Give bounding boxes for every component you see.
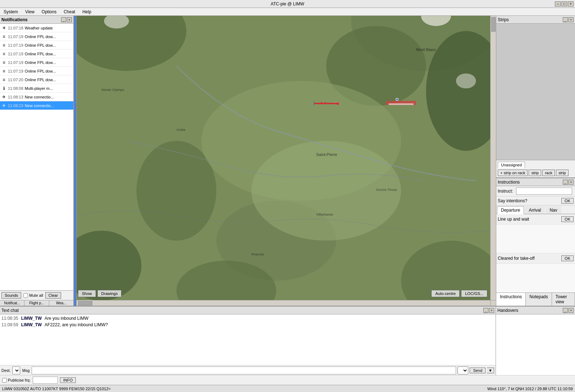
chat-text: Are you inbound LIMW: [45, 316, 88, 321]
send-button[interactable]: Send: [470, 368, 486, 373]
notification-item[interactable]: ≡ 11:07:19 Online FPL dow...: [0, 41, 73, 50]
notif-text: Online FPL dow...: [25, 69, 56, 73]
handovers-title: Handovers: [497, 308, 518, 313]
notif-time: 11:08:23: [8, 103, 23, 108]
notification-item[interactable]: ≡ 11:07:19 Online FPL dow...: [0, 58, 73, 67]
instruct-input[interactable]: [516, 188, 572, 195]
dest-select[interactable]: [12, 366, 20, 374]
notif-text: Multi-player m...: [25, 86, 53, 91]
show-button[interactable]: Show: [78, 290, 96, 297]
handovers-close-btn[interactable]: ×: [569, 308, 574, 313]
menu-system[interactable]: System: [1, 9, 20, 15]
strips-add-row: + strip on rack strip rack strip: [498, 170, 574, 176]
instructions-close-btn[interactable]: ×: [569, 180, 574, 185]
text-chat-close-btn[interactable]: ×: [489, 308, 494, 313]
strips-content-area: [496, 24, 575, 160]
menu-options[interactable]: Options: [40, 9, 59, 15]
strips-section: Strips _ × Unassigned + strip on rack st…: [496, 16, 575, 177]
text-chat-panel-controls: _ ×: [483, 308, 494, 313]
tab-weather[interactable]: Wea...: [49, 300, 73, 306]
loc-gs-button[interactable]: LOC/GS...: [461, 290, 487, 297]
minimize-button[interactable]: –: [555, 1, 561, 6]
map-horizontal-scrollbar[interactable]: [77, 300, 490, 306]
strip-button[interactable]: strip: [529, 170, 541, 176]
rack-button[interactable]: rack: [542, 170, 555, 176]
strips-tab-unassigned[interactable]: Unassigned: [498, 162, 525, 168]
add-strip-on-rack-button[interactable]: + strip on rack: [498, 170, 528, 176]
clear-button[interactable]: Clear: [45, 292, 61, 299]
notification-item[interactable]: ✈ 11:08:23 New connectio...: [0, 101, 73, 110]
map-v-scroll-thumb[interactable]: [491, 17, 496, 32]
notifications-close-btn[interactable]: ×: [67, 17, 72, 22]
tab-nav[interactable]: Nav: [546, 206, 561, 214]
strip2-button[interactable]: strip: [556, 170, 569, 176]
notification-item[interactable]: ≡ 11:07:20 Online FPL dow...: [0, 75, 73, 84]
bottom-tab-notepads[interactable]: Notepads: [526, 293, 552, 306]
notification-item[interactable]: ℹ 11:08:08 Multi-player m...: [0, 84, 73, 93]
maximize-button[interactable]: □: [561, 1, 567, 6]
notif-time: 11:08:13: [8, 95, 23, 99]
text-chat-title: Text chat: [1, 308, 19, 313]
menu-help[interactable]: Help: [80, 9, 93, 15]
handovers-minimize-btn[interactable]: _: [563, 308, 568, 313]
instructions-panel: Instructions _ × Instruct: Say intention…: [496, 177, 575, 306]
instructions-minimize-btn[interactable]: _: [563, 180, 568, 185]
say-intentions-ok-button[interactable]: OK: [561, 198, 574, 204]
strips-title: Strips: [498, 17, 509, 22]
handovers-header: Handovers _ ×: [496, 306, 575, 314]
msg-select[interactable]: [457, 366, 468, 374]
aircraft-on-map[interactable]: [314, 101, 342, 108]
bottom-tab-tower-view[interactable]: Tower view: [552, 293, 575, 306]
left-divider[interactable]: [74, 16, 77, 306]
instruct-label: Instruct:: [498, 189, 513, 194]
tab-notifications[interactable]: Notificat...: [0, 300, 24, 306]
freq-input[interactable]: 119.950: [33, 377, 58, 384]
strips-close-btn[interactable]: ×: [569, 17, 574, 22]
app-title: ATC-pie @ LIMW: [271, 1, 304, 6]
notification-item[interactable]: ☀ 11:07:18 Weather update: [0, 24, 73, 32]
chat-from: LIMW_TW: [21, 316, 42, 321]
instructions-empty-space: [496, 225, 575, 253]
chat-input-row: Dest. Msg Send ▼: [0, 365, 496, 375]
tab-arrival[interactable]: Arrival: [525, 206, 545, 214]
say-intentions-row: Say intentions? OK: [496, 197, 575, 206]
map-vertical-scrollbar[interactable]: [490, 16, 496, 300]
map-h-scroll-thumb[interactable]: [78, 301, 92, 305]
mute-all-checkbox[interactable]: [23, 293, 28, 298]
map-terrain: Mont Bianc Monte Ciampo Gruzia Tirusa Ao…: [77, 16, 496, 306]
notification-item[interactable]: ≡ 11:07:19 Online FPL dow...: [0, 32, 73, 41]
notif-icon: ℹ: [1, 86, 6, 91]
drawings-button[interactable]: Drawings: [97, 290, 122, 297]
notifications-title: Notifications: [1, 17, 28, 22]
strips-panel-controls: _ ×: [563, 17, 574, 22]
notif-time: 11:08:08: [8, 86, 23, 91]
send-dropdown-button[interactable]: ▼: [487, 368, 494, 373]
publicise-checkbox[interactable]: [2, 378, 7, 383]
tab-departure[interactable]: Departure: [497, 206, 524, 214]
handovers-content: [496, 314, 575, 375]
svg-text:Monte Ciampo: Monte Ciampo: [101, 88, 124, 92]
text-chat-panel: Text chat _ × 11:08:35 LIMW_TW Are you i…: [0, 306, 496, 375]
notification-item[interactable]: ≡ 11:07:19 Online FPL dow...: [0, 67, 73, 75]
close-button[interactable]: ×: [568, 1, 574, 6]
chat-time: 11:08:35: [1, 316, 18, 321]
map-area[interactable]: Mont Bianc Monte Ciampo Gruzia Tirusa Ao…: [77, 16, 496, 306]
svg-text:Pinerolo: Pinerolo: [251, 252, 264, 256]
cleared-takeoff-ok-button[interactable]: OK: [561, 255, 574, 261]
notification-item[interactable]: ✈ 11:08:13 New connectio...: [0, 93, 73, 101]
menu-cheat[interactable]: Cheat: [61, 9, 77, 15]
notif-time: 11:07:19: [8, 60, 23, 65]
auto-centre-button[interactable]: Auto-centre: [431, 290, 460, 297]
chat-message-input[interactable]: [32, 366, 456, 374]
menu-view[interactable]: View: [23, 9, 37, 15]
tab-flight-plan[interactable]: Flight p...: [24, 300, 49, 306]
sounds-button[interactable]: Sounds: [1, 292, 21, 299]
bottom-tab-instructions[interactable]: Instructions: [496, 293, 526, 306]
line-up-wait-ok-button[interactable]: OK: [561, 216, 574, 222]
notifications-minimize-btn[interactable]: _: [61, 17, 66, 22]
info-button[interactable]: INFO: [60, 377, 76, 383]
notification-item[interactable]: ≡ 11:07:19 Online FPL dow...: [0, 50, 73, 58]
svg-rect-29: [325, 102, 326, 103]
strips-minimize-btn[interactable]: _: [563, 17, 568, 22]
text-chat-minimize-btn[interactable]: _: [483, 308, 488, 313]
